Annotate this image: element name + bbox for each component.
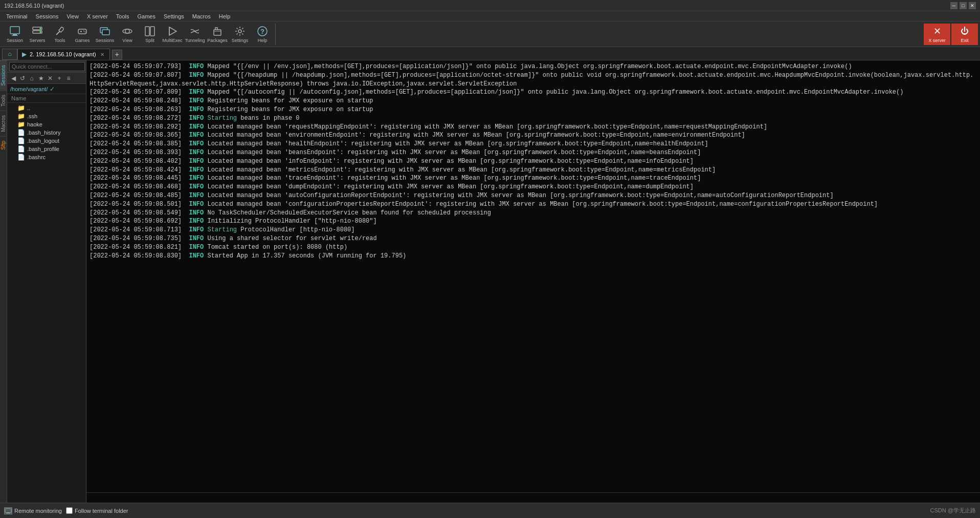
tools-label: Tools: [54, 38, 65, 43]
terminal-line: [2022-05-24 05:59:08.485] INFO Located m…: [90, 191, 977, 200]
file-item-bashrc[interactable]: 📄 .bashrc: [7, 153, 86, 161]
fp-delete-button[interactable]: ✕: [46, 74, 54, 82]
terminal-output[interactable]: [2022-05-24 05:59:07.793] INFO Mapped "{…: [86, 60, 980, 492]
toolbar-group-main: Session Servers Tools Games Sessions: [2, 24, 276, 45]
file-item-haoke[interactable]: 📁 haoke: [7, 120, 86, 128]
quick-connect-input[interactable]: [9, 62, 85, 71]
tab-close-button[interactable]: ✕: [99, 51, 105, 57]
fp-back-button[interactable]: ◀: [9, 74, 17, 82]
menu-macros[interactable]: Macros: [188, 12, 215, 20]
menu-help[interactable]: Help: [215, 12, 235, 20]
servers-icon: [32, 26, 43, 37]
tree-header-label: Name: [11, 95, 26, 101]
sidebar-tab-sessions[interactable]: Sessions: [0, 60, 7, 90]
tab-terminal-icon: ▶: [22, 51, 27, 58]
sessions-icon: [99, 26, 110, 37]
svg-point-11: [83, 30, 84, 31]
fp-home-button[interactable]: ⌂: [28, 74, 36, 82]
fp-properties-button[interactable]: ≡: [64, 74, 73, 82]
fp-refresh-button[interactable]: ↺: [18, 74, 27, 82]
menu-terminal[interactable]: Terminal: [2, 12, 32, 20]
servers-button[interactable]: Servers: [27, 24, 48, 45]
terminal-line: [2022-05-24 05:59:08.263] INFO Registeri…: [90, 105, 977, 114]
file-tree[interactable]: 📁 .. 📁 .ssh 📁 haoke 📄 .bash_history 📄 .b…: [7, 103, 86, 503]
tools-button[interactable]: Tools: [49, 24, 71, 45]
file-bash-profile-icon: 📄: [17, 145, 25, 153]
svg-point-4: [40, 28, 41, 29]
file-item-dotdot[interactable]: 📁 ..: [7, 104, 86, 112]
sidebar-tab-tools[interactable]: Tools: [0, 90, 7, 111]
remote-monitoring[interactable]: Remote monitoring: [4, 507, 62, 514]
terminal-line: [2022-05-24 05:59:07.809] INFO Mapped "{…: [90, 88, 977, 97]
status-left: Remote monitoring Follow terminal folder: [4, 507, 128, 514]
file-item-bash-logout-label: .bash_logout: [27, 138, 59, 144]
settings-icon: [234, 26, 246, 37]
view-label: View: [122, 38, 132, 43]
file-item-ssh[interactable]: 📁 .ssh: [7, 112, 86, 120]
fp-new-button[interactable]: +: [55, 74, 63, 82]
svg-rect-8: [78, 29, 86, 34]
tools-icon: [54, 26, 65, 37]
fp-bookmark-button[interactable]: ★: [37, 74, 45, 82]
multiexec-button[interactable]: MultiExec: [162, 24, 183, 45]
multiexec-label: MultiExec: [162, 38, 182, 43]
file-item-bash-logout[interactable]: 📄 .bash_logout: [7, 137, 86, 145]
settings-button[interactable]: Settings: [229, 24, 251, 45]
maximize-button[interactable]: □: [960, 2, 967, 9]
menu-xserver[interactable]: X server: [83, 12, 112, 20]
title-bar: 192.168.56.10 (vagrant) ─ □ ✕: [0, 0, 980, 11]
menu-tools[interactable]: Tools: [112, 12, 133, 20]
menu-view[interactable]: View: [62, 12, 83, 20]
view-button[interactable]: View: [117, 24, 138, 45]
quick-connect-bar: [7, 60, 86, 73]
menu-settings[interactable]: Settings: [160, 12, 188, 20]
file-item-label: ..: [27, 105, 30, 111]
terminal-line: [2022-05-24 05:59:08.445] INFO Located m…: [90, 174, 977, 183]
terminal-line: [2022-05-24 05:59:08.393] INFO Located m…: [90, 148, 977, 157]
terminal-line: [2022-05-24 05:59:08.830] INFO Started A…: [90, 252, 977, 261]
packages-button[interactable]: Packages: [207, 24, 228, 45]
terminal-line: [2022-05-24 05:59:08.385] INFO Located m…: [90, 140, 977, 148]
svg-marker-19: [169, 27, 176, 35]
file-panel: ◀ ↺ ⌂ ★ ✕ + ≡ /home/vagrant/ ✓ Name 📁 ..…: [7, 60, 86, 503]
servers-label: Servers: [29, 38, 45, 43]
terminal-area: [2022-05-24 05:59:07.793] INFO Mapped "{…: [86, 60, 980, 503]
tunneling-icon: [189, 26, 201, 37]
sessions-button[interactable]: Sessions: [94, 24, 116, 45]
file-item-bash-profile[interactable]: 📄 .bash_profile: [7, 145, 86, 153]
tunneling-button[interactable]: Tunneling: [184, 24, 206, 45]
menu-sessions[interactable]: Sessions: [32, 12, 63, 20]
folder-ssh-icon: 📁: [17, 113, 25, 120]
tab-session-1[interactable]: ▶ 2. 192.168.56.10 (vagrant) ✕: [17, 49, 110, 60]
tab-home[interactable]: ⌂: [2, 49, 17, 60]
tab-add-button[interactable]: +: [112, 50, 122, 60]
svg-point-12: [85, 31, 86, 32]
terminal-line: [2022-05-24 05:59:08.549] INFO No TaskSc…: [90, 209, 977, 218]
sidebar-tab-sftp[interactable]: Sftp: [0, 136, 7, 154]
terminal-line: [2022-05-24 05:59:08.365] INFO Located m…: [90, 131, 977, 140]
svg-rect-21: [214, 30, 221, 35]
session-icon: [9, 26, 20, 37]
terminal-line: [2022-05-24 05:59:07.793] INFO Mapped "{…: [90, 62, 977, 71]
split-button[interactable]: Split: [139, 24, 161, 45]
settings-label: Settings: [232, 38, 249, 43]
close-button[interactable]: ✕: [969, 2, 976, 9]
xserver-button[interactable]: ✕ X server: [924, 24, 950, 45]
xserver-label: X server: [928, 38, 946, 43]
status-bar: Remote monitoring Follow terminal folder…: [0, 503, 980, 518]
terminal-line: [2022-05-24 05:59:08.692] INFO Initializ…: [90, 217, 977, 226]
file-item-bash-history[interactable]: 📄 .bash_history: [7, 128, 86, 137]
follow-terminal-folder[interactable]: Follow terminal folder: [66, 507, 128, 514]
menu-games[interactable]: Games: [133, 12, 160, 20]
sidebar-tab-macros[interactable]: Macros: [0, 111, 7, 136]
xserver-icon: ✕: [931, 26, 943, 37]
terminal-line: [2022-05-24 05:59:08.501] INFO Located m…: [90, 200, 977, 209]
session-button[interactable]: Session: [4, 24, 26, 45]
games-button[interactable]: Games: [72, 24, 93, 45]
exit-button[interactable]: ⏻ Exit: [951, 24, 978, 45]
remote-monitoring-label: Remote monitoring: [14, 508, 62, 514]
follow-terminal-checkbox[interactable]: [66, 507, 73, 514]
minimize-button[interactable]: ─: [950, 2, 957, 9]
main-content: Sessions Tools Macros Sftp ◀ ↺ ⌂ ★ ✕ + ≡…: [0, 60, 980, 503]
help-button[interactable]: ? Help: [252, 24, 273, 45]
